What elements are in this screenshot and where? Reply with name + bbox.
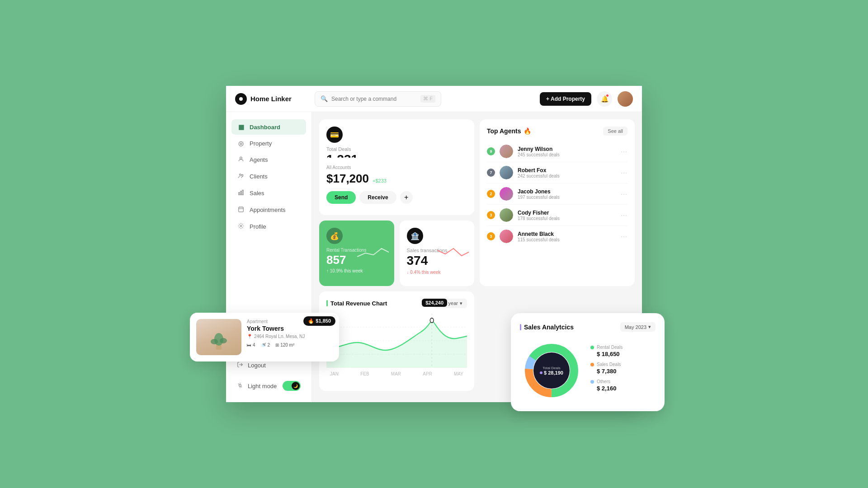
- notifications-button[interactable]: 🔔: [597, 91, 612, 107]
- fire-icon: 🔥: [524, 127, 531, 135]
- agent-more-icon[interactable]: ···: [621, 211, 627, 219]
- accounts-label: All Accounts: [326, 165, 467, 170]
- svg-point-10: [240, 225, 242, 227]
- sales-trans-stat: ↓ 0.4% this week: [407, 270, 467, 275]
- agents-icon: [237, 156, 245, 164]
- agent-name: Robert Fox: [518, 167, 616, 174]
- legend-label-text: Others: [597, 379, 610, 384]
- rental-icon: 💰: [326, 228, 343, 244]
- agent-row: 2 Jacob Jones 197 successful deals ···: [487, 183, 627, 205]
- lightmode-icon: [237, 382, 243, 390]
- property-floating-card: Apartment York Towers 📍 2464 Royal Ln. M…: [190, 313, 339, 361]
- sidebar-item-sales[interactable]: Sales: [231, 185, 306, 201]
- beds-value: 4: [253, 343, 255, 347]
- sales-transactions-card: 🏦 Sales transactions 374 ↓ 0.4% this wee…: [400, 221, 475, 286]
- property-image: [196, 319, 241, 355]
- sidebar-item-clients[interactable]: Clients: [231, 169, 306, 184]
- area-spec: ⊞ 120 m²: [275, 343, 294, 347]
- light-mode-label: Light mode: [248, 383, 277, 389]
- agent-name: Cody Fisher: [518, 210, 616, 216]
- donut-chart: Total Deals $ 28,190: [520, 339, 583, 402]
- analytics-header: Sales Analytcics May 2023 ▾: [520, 322, 656, 332]
- chart-x-labels: JAN FEB MAR APR MAY: [326, 371, 467, 376]
- user-avatar[interactable]: [618, 91, 633, 107]
- baths-value: 2: [268, 343, 270, 347]
- agent-info: Annette Black 115 successful deals: [518, 231, 616, 242]
- sidebar-item-agents[interactable]: Agents: [231, 152, 306, 168]
- x-label-apr: APR: [423, 371, 432, 376]
- logo-icon: [235, 93, 247, 105]
- logout-icon: [237, 361, 243, 369]
- search-bar[interactable]: 🔍 ⌘ F: [315, 91, 441, 107]
- agent-deals: 178 successful deals: [518, 216, 616, 221]
- revenue-title: Total Revenue Chart: [326, 300, 387, 307]
- add-property-button[interactable]: + Add Property: [540, 92, 591, 106]
- location-icon: 📍: [247, 334, 252, 339]
- legend-value: $ 7,380: [597, 368, 656, 375]
- agent-row: 7 Robert Fox 242 successful deals ···: [487, 162, 627, 183]
- sidebar-item-label: Profile: [250, 223, 266, 230]
- light-mode-toggle[interactable]: 🌙: [283, 381, 301, 391]
- agent-avatar: [500, 187, 513, 201]
- receive-button[interactable]: Receive: [359, 191, 396, 204]
- chart-area: $24,240 JAN FEB MAR APR MAY: [326, 314, 467, 372]
- legend-item-others: Others $ 2,160: [590, 379, 656, 392]
- analytics-body: Total Deals $ 28,190 Rental Deals $ 18,6…: [520, 339, 656, 402]
- row2-cards: 💰 Rental Transactions 857 ↑ 10.9% this w…: [319, 221, 474, 286]
- total-deals-label: Total Deals: [542, 366, 561, 370]
- svg-point-12: [239, 384, 241, 386]
- area-value: 120 m²: [280, 343, 294, 347]
- clients-icon: [237, 173, 245, 180]
- agent-info: Cody Fisher 178 successful deals: [518, 210, 616, 221]
- see-all-button[interactable]: See all: [603, 127, 627, 136]
- legend-value: $ 18,650: [597, 351, 656, 357]
- agent-info: Robert Fox 242 successful deals: [518, 167, 616, 178]
- x-label-feb: FEB: [360, 371, 369, 376]
- property-address: 📍 2464 Royal Ln. Mesa, NJ: [247, 334, 333, 339]
- sidebar-item-property[interactable]: ◎ Property: [231, 136, 306, 151]
- legend: Rental Deals $ 18,650 Sales Deals $ 7,38…: [590, 345, 656, 396]
- legend-item-sales: Sales Deals $ 7,380: [590, 362, 656, 375]
- sidebar-item-profile[interactable]: Profile: [231, 219, 306, 235]
- top-agents-card: Top Agents 🔥 See all 9 Jenny Wilson 245 …: [480, 119, 635, 286]
- notification-badge: [606, 94, 609, 97]
- svg-line-16: [241, 386, 242, 387]
- agent-deals: 197 successful deals: [518, 195, 616, 200]
- search-input[interactable]: [331, 96, 417, 102]
- appointments-icon: [237, 206, 245, 214]
- sidebar-item-appointments[interactable]: Appointments: [231, 202, 306, 218]
- agents-header: Top Agents 🔥 See all: [487, 127, 627, 136]
- svg-point-24: [211, 339, 218, 344]
- agent-more-icon[interactable]: ···: [621, 233, 627, 240]
- header-right: + Add Property 🔔: [540, 91, 633, 107]
- svg-line-15: [238, 383, 239, 384]
- month-label: May 2023: [625, 324, 646, 330]
- agent-more-icon[interactable]: ···: [621, 169, 627, 176]
- agent-more-icon[interactable]: ···: [621, 190, 627, 197]
- property-price-badge: 🔥 $1,850: [303, 316, 335, 326]
- x-label-jan: JAN: [330, 371, 339, 376]
- address-text: 2464 Royal Ln. Mesa, NJ: [254, 334, 305, 339]
- agent-rank: 2: [487, 190, 495, 198]
- x-label-may: MAY: [454, 371, 463, 376]
- svg-point-25: [220, 338, 227, 343]
- add-button[interactable]: +: [400, 191, 413, 204]
- sidebar-item-label: Sales: [250, 190, 264, 197]
- chart-tooltip: $24,240: [422, 299, 447, 307]
- sales-analytics-card: Sales Analytcics May 2023 ▾ Total Deals: [511, 313, 665, 411]
- donut-dot: [540, 371, 542, 374]
- agent-deals: 242 successful deals: [518, 174, 616, 178]
- send-button[interactable]: Send: [326, 191, 356, 204]
- search-shortcut: ⌘ F: [420, 95, 435, 103]
- rental-chart: [357, 244, 389, 262]
- sidebar-item-dashboard[interactable]: ▦ Dashboard: [231, 119, 306, 135]
- month-selector[interactable]: May 2023 ▾: [620, 322, 656, 332]
- agent-rank: 3: [487, 211, 495, 219]
- agent-deals: 245 successful deals: [518, 152, 616, 157]
- agent-rank: 7: [487, 169, 495, 177]
- agent-row: 3 Annette Black 115 successful deals ···: [487, 226, 627, 247]
- agent-more-icon[interactable]: ···: [621, 148, 627, 155]
- property-name: York Towers: [247, 325, 333, 332]
- accounts-value-container: $17,200 +$233: [326, 172, 467, 186]
- rental-transactions-card: 💰 Rental Transactions 857 ↑ 10.9% this w…: [319, 221, 394, 286]
